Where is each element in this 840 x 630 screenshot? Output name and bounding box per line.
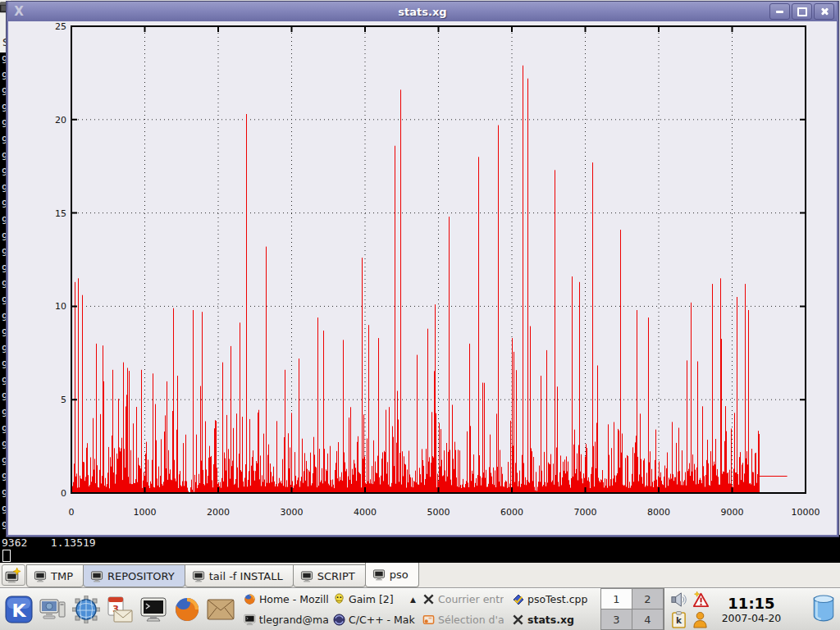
launcher-envelope[interactable] <box>205 591 236 628</box>
x11-icon <box>422 593 435 605</box>
svg-text:7000: 7000 <box>574 507 597 518</box>
maximize-icon <box>797 7 807 16</box>
panel-launchers: K3 <box>0 591 236 628</box>
launcher-konsole[interactable] <box>138 591 169 628</box>
session-tab-repository[interactable]: REPOSITORY <box>83 564 185 587</box>
svg-text:2000: 2000 <box>207 507 230 518</box>
svg-text:10: 10 <box>55 301 66 312</box>
desktop: S 9.9.9.9.9.9.9.9.9.9.9.9.9.9.9.9.9.9.9.… <box>0 0 840 630</box>
glass-applet-icon[interactable] <box>810 594 837 625</box>
taskbar-scroll-up-icon[interactable]: ▲ <box>410 596 418 604</box>
session-tab-tail-f-install[interactable]: tail -f INSTALL <box>185 564 294 587</box>
xgraph-canvas: 0100020003000400050006000700080009000100… <box>8 21 837 535</box>
titlebar[interactable]: X stats.xg <box>8 2 837 21</box>
svg-text:9000: 9000 <box>721 507 744 518</box>
task-psotest-cpp[interactable]: psoTest.cpp <box>509 589 599 609</box>
tab-label: SCRIPT <box>317 570 355 582</box>
monitor-icon <box>192 570 205 582</box>
xgraph-plot-area: 0100020003000400050006000700080009000100… <box>8 21 837 535</box>
launcher-kmenu[interactable]: K <box>3 591 34 628</box>
task-label: Home - Mozill <box>259 593 328 605</box>
svg-text:4000: 4000 <box>354 507 377 518</box>
svg-text:0: 0 <box>61 488 66 499</box>
task-home-mozill[interactable]: Home - Mozill <box>241 589 331 609</box>
tray-alarm[interactable] <box>689 589 710 609</box>
alarm-icon <box>692 591 709 608</box>
svg-text:5: 5 <box>61 395 66 405</box>
terminal-value-y: 1.13519 <box>51 536 96 549</box>
tab-label: tail -f INSTALL <box>209 570 283 582</box>
psoedit-icon <box>512 593 524 605</box>
svg-text:8000: 8000 <box>647 507 670 518</box>
system-tray: k <box>668 589 710 630</box>
task-stats-xg[interactable]: stats.xg <box>509 609 599 630</box>
pager-desktop-2[interactable]: 2 <box>632 588 664 609</box>
session-tab-tmp[interactable]: TMP <box>26 564 84 587</box>
launcher-kontact[interactable]: 3 <box>104 591 135 628</box>
pager-desktop-1[interactable]: 1 <box>600 588 632 609</box>
monitor-icon <box>300 570 313 582</box>
task-s-lection-d-a[interactable]: Sélection d'a <box>420 609 509 630</box>
pager-desktop-3[interactable]: 3 <box>600 609 632 630</box>
svg-text:K: K <box>11 600 26 621</box>
tray-klipper[interactable]: k <box>668 609 689 630</box>
session-tab-script[interactable]: SCRIPT <box>293 564 366 587</box>
new-session-button[interactable] <box>2 564 25 586</box>
launcher-computer[interactable] <box>37 591 68 628</box>
minimize-button[interactable] <box>769 3 790 20</box>
series-impulses <box>73 66 760 493</box>
terminal-cursor <box>2 550 11 562</box>
clock-time: 11:15 <box>712 596 791 612</box>
taskbar: Home - MozillGaim [2]▲Courrier entrpsoTe… <box>241 589 599 630</box>
new-session-icon <box>5 567 22 584</box>
tray-presence[interactable] <box>689 609 710 630</box>
monitor-icon <box>372 568 386 581</box>
firefox-icon <box>244 593 256 605</box>
klipper-icon: k <box>670 611 687 628</box>
svg-text:k: k <box>676 615 682 625</box>
globe-icon <box>72 596 100 623</box>
window-title: stats.xg <box>8 6 837 18</box>
tab-label: REPOSITORY <box>107 570 175 582</box>
grid-dotted <box>74 29 803 491</box>
maximize-button[interactable] <box>792 3 812 20</box>
task-label: C/C++ - Mak <box>349 614 415 626</box>
svg-text:1000: 1000 <box>134 507 157 518</box>
tab-label: pso <box>390 568 409 581</box>
monitor-icon <box>90 570 103 582</box>
task-label: Sélection d'a <box>438 614 504 626</box>
launcher-firefox[interactable] <box>171 591 203 628</box>
close-button[interactable] <box>814 3 834 20</box>
task-label: stats.xg <box>527 614 574 626</box>
task-gaim-2-[interactable]: Gaim [2]▲ <box>331 589 420 609</box>
konsole-icon <box>139 596 167 623</box>
firefox-icon <box>173 596 201 623</box>
svg-text:25: 25 <box>55 21 66 32</box>
panel-clock[interactable]: 11:15 2007-04-20 <box>712 596 791 624</box>
task-label: Courrier entr <box>438 593 504 605</box>
presence-icon <box>692 611 709 628</box>
desktop-pager: 1234 <box>600 588 664 630</box>
gaim-icon <box>333 593 345 605</box>
launcher-globe[interactable] <box>71 591 102 628</box>
close-icon <box>820 7 829 16</box>
x11-icon <box>512 614 524 626</box>
task-tlegrand-ma[interactable]: tlegrand@ma <box>241 609 331 630</box>
session-tab-pso[interactable]: pso <box>365 563 419 587</box>
stats-window: X stats.xg 01000200030004000500060007000… <box>7 2 838 536</box>
svg-text:15: 15 <box>55 208 66 219</box>
kontact-icon: 3 <box>106 596 134 623</box>
tab-label: TMP <box>51 570 73 582</box>
task-c-c-mak[interactable]: C/C++ - Mak <box>331 609 420 630</box>
pager-desktop-4[interactable]: 4 <box>632 609 664 630</box>
svg-text:20: 20 <box>55 115 66 126</box>
svg-text:0: 0 <box>69 507 75 518</box>
task-courrier-entr[interactable]: Courrier entr <box>420 589 509 609</box>
svg-text:5000: 5000 <box>427 507 450 518</box>
eclipse-icon <box>333 614 345 626</box>
svg-text:6000: 6000 <box>500 507 523 518</box>
terminal-value-x: 9362 <box>2 536 44 549</box>
tray-volume[interactable] <box>668 589 689 609</box>
konsole-tab-bar: TMPREPOSITORYtail -f INSTALLSCRIPTpso <box>0 563 840 588</box>
task-label: Gaim [2] <box>349 593 394 605</box>
